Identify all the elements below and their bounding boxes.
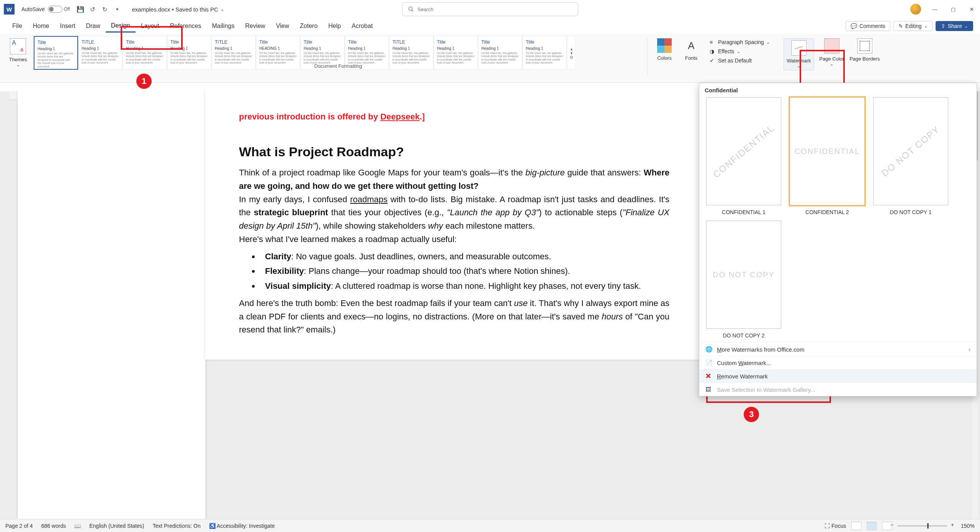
style-set-item[interactable]: TITLEHeading 1On the Insert tab, the gal… (78, 36, 123, 70)
read-mode-button[interactable] (851, 522, 861, 530)
style-set-item[interactable]: TitleHeading 1On the Insert tab, the gal… (478, 36, 522, 70)
accessibility-icon: ♿ (209, 523, 216, 529)
save-icon[interactable]: 💾 (75, 4, 85, 14)
tab-home[interactable]: Home (28, 20, 55, 32)
close-button[interactable]: ✕ (967, 5, 976, 14)
qat-more-icon[interactable]: ▾ (112, 4, 122, 14)
style-set-item[interactable]: TitleHeading 1On the Insert tab, the gal… (167, 36, 211, 70)
comments-button[interactable]: 💬 Comments (846, 21, 890, 31)
word-count[interactable]: 686 words (41, 523, 66, 529)
maximize-button[interactable]: ▢ (949, 5, 958, 14)
heading-project-roadmap: What is Project Roadmap? (239, 144, 669, 159)
fonts-icon: A (684, 38, 699, 53)
style-set-item[interactable]: TitleHeading 1On the Insert tab, the gal… (434, 36, 478, 70)
print-layout-button[interactable] (867, 522, 877, 530)
search-placeholder: Search (418, 7, 434, 12)
watermark-gallery-item[interactable]: CONFIDENTIALCONFIDENTIAL 2 (788, 97, 866, 215)
share-icon: ⇪ (941, 23, 946, 29)
zoom-level[interactable]: 150% (961, 523, 975, 529)
style-set-item[interactable]: TITLEHeading 1On the Insert tab, the gal… (389, 36, 434, 70)
tab-layout[interactable]: Layout (136, 20, 165, 32)
tab-file[interactable]: File (7, 20, 28, 32)
style-set-item[interactable]: TitleHeading 1On the Insert tab, the gal… (522, 36, 567, 70)
svg-line-1 (412, 10, 413, 11)
gallery-more-button[interactable]: ▴▾⊟ (567, 36, 576, 70)
deepseek-link[interactable]: Deepseek (380, 112, 420, 121)
tab-insert[interactable]: Insert (54, 20, 80, 32)
document-formatting-gallery: TitleHeading 1On the Insert tab, the gal… (34, 36, 643, 70)
tab-view[interactable]: View (271, 20, 294, 32)
chevron-down-icon: ⌄ (797, 64, 800, 69)
zoom-slider[interactable] (897, 525, 947, 527)
tab-acrobat[interactable]: Acrobat (346, 20, 378, 32)
remove-watermark-menu-item[interactable]: 🗙 Remove Watermark (699, 369, 977, 383)
chevron-right-icon: › (969, 346, 970, 352)
chevron-down-icon: ⌄ (830, 62, 833, 67)
roadmap-should-link[interactable]: roadmap should (387, 266, 447, 276)
user-avatar[interactable] (910, 4, 921, 15)
style-set-item[interactable]: TitleHEADING 1On the Insert tab, the gal… (256, 36, 300, 70)
check-icon: ✔ (710, 57, 716, 64)
page-color-button[interactable]: Page Color ⌄ (816, 38, 847, 70)
intro-text: previous introduction is offered by Deep… (239, 110, 669, 123)
formatting-options: ≡ Paragraph Spacing ⌄ ◑ Effects ⌄ ✔ Set … (706, 36, 774, 64)
tab-design[interactable]: Design (106, 20, 136, 33)
paragraph-spacing-button[interactable]: ≡ Paragraph Spacing ⌄ (706, 38, 774, 46)
roadmaps-link[interactable]: roadmaps (350, 195, 388, 204)
zoom-thumb[interactable] (927, 523, 929, 529)
colors-button[interactable]: Colors (652, 36, 677, 61)
autosave-state: Off (64, 7, 70, 12)
paragraph-2: In my early days, I confused roadmaps wi… (239, 193, 669, 233)
chevron-down-icon: ⌄ (221, 7, 224, 12)
style-set-item[interactable]: TitleHeading 1On the Insert tab, the gal… (34, 36, 78, 70)
page-borders-button[interactable]: Page Borders (849, 38, 880, 70)
watermark-gallery-item[interactable]: CONFIDENTIALCONFIDENTIAL 1 (705, 97, 783, 215)
tab-references[interactable]: References (165, 20, 207, 32)
paragraph-3: Here's what I've learned makes a roadmap… (239, 233, 669, 246)
page-indicator[interactable]: Page 2 of 4 (5, 523, 33, 529)
minimize-button[interactable]: — (930, 5, 939, 14)
watermark-gallery-item[interactable]: DO NOT COPYDO NOT COPY 1 (872, 97, 950, 215)
document-page[interactable]: previous introduction is offered by Deep… (205, 91, 703, 360)
search-icon (408, 6, 414, 12)
effects-icon: ◑ (710, 48, 716, 54)
spellcheck-icon[interactable]: 📖 (74, 523, 81, 529)
search-input[interactable]: Search (402, 2, 578, 16)
tab-help[interactable]: Help (323, 20, 346, 32)
watermark-section-label: Confidential (699, 83, 977, 96)
style-set-item[interactable]: TITLEHeading 1On the Insert tab, the gal… (211, 36, 256, 70)
group-label-document-formatting: Document Formatting (314, 63, 362, 69)
language-indicator[interactable]: English (United States) (89, 523, 144, 529)
autosave-toggle[interactable] (48, 6, 62, 13)
redo-icon[interactable]: ↻ (100, 4, 110, 14)
tab-draw[interactable]: Draw (80, 20, 105, 32)
focus-button[interactable]: ⛶ Focus (825, 523, 846, 529)
chevron-down-icon: ⌄ (766, 40, 770, 45)
undo-icon[interactable]: ↺ (88, 4, 98, 14)
tab-review[interactable]: Review (240, 20, 270, 32)
themes-button[interactable]: Themes ⌄ (5, 36, 31, 67)
chevron-down-icon: ⌄ (16, 62, 20, 67)
document-title[interactable]: examples.docx • Saved to this PC ⌄ (132, 6, 224, 13)
watermark-gallery-item[interactable]: DO NOT COPYDO NOT COPY 2 (705, 221, 783, 339)
effects-button[interactable]: ◑ Effects ⌄ (706, 47, 774, 55)
list-item: Clarity: No vague goals. Just deadlines,… (260, 250, 669, 264)
style-set-item[interactable]: TitleHeading 1On the Insert tab, the gal… (123, 36, 167, 70)
autosave-label: AutoSave (21, 6, 45, 12)
watermark-button[interactable]: Watermark ⌄ (784, 38, 814, 70)
list-item: Flexibility: Plans change—your roadmap s… (260, 265, 669, 278)
custom-watermark-menu-item[interactable]: 📄 Custom Watermark... (699, 356, 977, 369)
fonts-button[interactable]: A Fonts (679, 36, 704, 61)
gallery-icon: 🖼 (705, 386, 712, 393)
set-default-button[interactable]: ✔ Set as Default (706, 57, 774, 64)
roadmap-list: Clarity: No vague goals. Just deadlines,… (260, 250, 669, 293)
share-button[interactable]: ⇪ Share ⌄ (936, 21, 973, 31)
tab-zotero[interactable]: Zotero (294, 20, 323, 32)
page-icon: 📄 (705, 359, 712, 366)
text-predictions-indicator[interactable]: Text Predictions: On (152, 523, 200, 529)
editing-button[interactable]: ✎ Editing ⌄ (893, 21, 933, 31)
more-watermarks-menu-item[interactable]: 🌐 More Watermarks from Office.com › (699, 342, 977, 356)
accessibility-indicator[interactable]: ♿ Accessibility: Investigate (209, 523, 275, 529)
tab-mailings[interactable]: Mailings (207, 20, 240, 32)
watermark-icon (791, 40, 807, 56)
